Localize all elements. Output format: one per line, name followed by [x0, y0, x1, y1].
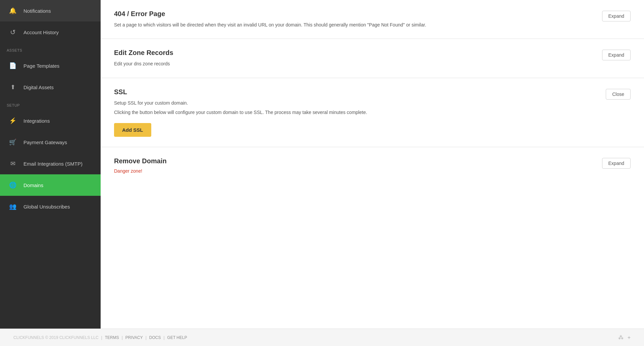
edit-zone-records-section: Edit Zone Records Edit your dns zone rec…	[101, 39, 644, 78]
ssl-title: SSL	[114, 88, 599, 96]
footer-separator-1: |	[101, 335, 102, 340]
digital-assets-icon: ⬆	[7, 81, 19, 93]
sidebar-item-label: Account History	[23, 30, 59, 35]
remove-domain-header: Remove Domain Danger zone! Expand	[114, 157, 631, 174]
sidebar-item-label: Global Unsubscribes	[23, 204, 70, 210]
sidebar-item-page-templates[interactable]: 📄 Page Templates	[0, 55, 101, 76]
notifications-icon: 🔔	[7, 5, 19, 17]
email-integrations-icon: ✉	[7, 158, 19, 170]
sidebar: 🔔 Notifications ↺ Account History Assets…	[0, 0, 101, 329]
payment-gateways-icon: 🛒	[7, 136, 19, 148]
error-page-description: Set a page to which visitors will be dir…	[114, 21, 595, 28]
sidebar-item-label: Digital Assets	[23, 84, 54, 90]
footer-link-terms[interactable]: TERMS	[105, 335, 119, 340]
footer-right: ⁂ +	[618, 334, 631, 341]
sidebar-item-account-history[interactable]: ↺ Account History	[0, 21, 101, 43]
error-page-header: 404 / Error Page Set a page to which vis…	[114, 10, 631, 28]
ssl-description: Setup SSL for your custom domain. Clicki…	[114, 99, 599, 116]
footer-separator-2: |	[122, 335, 123, 340]
footer-separator-4: |	[163, 335, 164, 340]
add-icon[interactable]: +	[628, 335, 631, 341]
sidebar-item-label: Payment Gateways	[23, 139, 67, 145]
sidebar-item-label: Page Templates	[23, 63, 59, 69]
sidebar-item-notifications[interactable]: 🔔 Notifications	[0, 0, 101, 21]
global-unsubscribes-icon: 👥	[7, 200, 19, 213]
edit-zone-records-description: Edit your dns zone records	[114, 60, 595, 67]
sidebar-item-global-unsubscribes[interactable]: 👥 Global Unsubscribes	[0, 196, 101, 217]
domains-icon: 🌐	[7, 179, 19, 191]
main-content: 404 / Error Page Set a page to which vis…	[101, 0, 644, 329]
sidebar-item-integrations[interactable]: ⚡ Integrations	[0, 110, 101, 131]
error-page-content: 404 / Error Page Set a page to which vis…	[114, 10, 595, 28]
danger-zone-text: Danger zone!	[114, 168, 595, 174]
footer-separator-3: |	[146, 335, 147, 340]
page-templates-icon: 📄	[7, 60, 19, 72]
edit-zone-records-title: Edit Zone Records	[114, 49, 595, 57]
ssl-header: SSL Setup SSL for your custom domain. Cl…	[114, 88, 631, 137]
sidebar-item-label: Integrations	[23, 118, 50, 124]
footer-links: CLICKFUNNELS © 2019 CLICKFUNNELS LLC | T…	[13, 335, 187, 340]
sidebar-item-email-integrations[interactable]: ✉ Email Integrations (SMTP)	[0, 153, 101, 174]
remove-domain-expand-button[interactable]: Expand	[602, 158, 631, 169]
edit-zone-records-header: Edit Zone Records Edit your dns zone rec…	[114, 49, 631, 67]
remove-domain-section: Remove Domain Danger zone! Expand	[101, 147, 644, 184]
footer: CLICKFUNNELS © 2019 CLICKFUNNELS LLC | T…	[0, 329, 644, 346]
sidebar-item-digital-assets[interactable]: ⬆ Digital Assets	[0, 76, 101, 98]
remove-domain-title: Remove Domain	[114, 157, 595, 165]
error-page-expand-button[interactable]: Expand	[602, 11, 631, 21]
remove-domain-content: Remove Domain Danger zone!	[114, 157, 595, 174]
account-history-icon: ↺	[7, 26, 19, 38]
add-ssl-button[interactable]: Add SSL	[114, 123, 151, 137]
integrations-icon: ⚡	[7, 115, 19, 127]
rss-icon[interactable]: ⁂	[618, 334, 624, 341]
footer-copyright: CLICKFUNNELS © 2019 CLICKFUNNELS LLC	[13, 335, 99, 340]
error-page-title: 404 / Error Page	[114, 10, 595, 18]
ssl-section: SSL Setup SSL for your custom domain. Cl…	[101, 78, 644, 147]
sidebar-item-payment-gateways[interactable]: 🛒 Payment Gateways	[0, 131, 101, 153]
setup-section-label: Setup	[0, 98, 101, 110]
footer-link-docs[interactable]: DOCS	[149, 335, 161, 340]
ssl-close-button[interactable]: Close	[606, 89, 631, 100]
sidebar-item-label: Domains	[23, 182, 43, 188]
sidebar-item-label: Email Integrations (SMTP)	[23, 161, 83, 167]
assets-section-label: Assets	[0, 43, 101, 55]
edit-zone-records-expand-button[interactable]: Expand	[602, 50, 631, 60]
edit-zone-records-content: Edit Zone Records Edit your dns zone rec…	[114, 49, 595, 67]
sidebar-item-label: Notifications	[23, 8, 51, 14]
footer-link-get-help[interactable]: GET HELP	[167, 335, 187, 340]
footer-link-privacy[interactable]: PRIVACY	[125, 335, 143, 340]
error-page-section: 404 / Error Page Set a page to which vis…	[101, 0, 644, 39]
ssl-content: SSL Setup SSL for your custom domain. Cl…	[114, 88, 599, 137]
sidebar-item-domains[interactable]: 🌐 Domains	[0, 174, 101, 196]
